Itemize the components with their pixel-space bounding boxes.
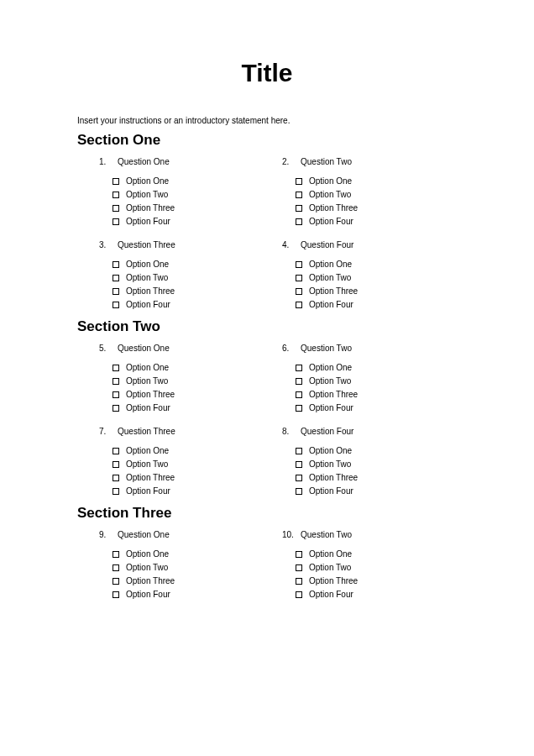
checkbox-icon[interactable] xyxy=(296,461,302,468)
option-label: Option Four xyxy=(126,403,170,412)
checkbox-icon[interactable] xyxy=(296,405,302,412)
option-row: Option One xyxy=(296,363,457,372)
checkbox-icon[interactable] xyxy=(113,564,119,571)
checkbox-icon[interactable] xyxy=(113,205,119,212)
section-heading: Section One xyxy=(77,132,457,149)
checkbox-icon[interactable] xyxy=(113,192,119,198)
option-row: Option Two xyxy=(113,459,274,469)
question-number: 5. xyxy=(99,344,118,353)
options-list: Option OneOption TwoOption ThreeOption F… xyxy=(99,446,274,496)
checkbox-icon[interactable] xyxy=(296,261,302,268)
option-label: Option Two xyxy=(126,376,168,386)
question-label: Question Two xyxy=(301,530,352,539)
checkbox-icon[interactable] xyxy=(296,391,302,398)
section-heading: Section Three xyxy=(77,505,457,522)
checkbox-icon[interactable] xyxy=(296,275,302,281)
question-label: Question Two xyxy=(301,344,352,353)
checkbox-icon[interactable] xyxy=(296,591,302,598)
checkbox-icon[interactable] xyxy=(113,178,119,185)
checkbox-icon[interactable] xyxy=(113,591,119,598)
checkbox-icon[interactable] xyxy=(113,365,119,371)
checkbox-icon[interactable] xyxy=(296,205,302,212)
option-label: Option Four xyxy=(126,217,170,226)
question-header: 9.Question One xyxy=(99,530,274,539)
checkbox-icon[interactable] xyxy=(113,391,119,398)
question-number: 7. xyxy=(99,427,118,436)
checkbox-icon[interactable] xyxy=(296,448,302,454)
option-label: Option Three xyxy=(309,286,358,296)
option-label: Option Four xyxy=(309,590,353,599)
checkbox-icon[interactable] xyxy=(113,578,119,585)
option-label: Option One xyxy=(309,549,352,559)
checkbox-icon[interactable] xyxy=(113,488,119,495)
checkbox-icon[interactable] xyxy=(113,475,119,481)
option-row: Option Two xyxy=(113,563,274,572)
question-block: 4.Question FourOption OneOption TwoOptio… xyxy=(282,240,457,313)
options-list: Option OneOption TwoOption ThreeOption F… xyxy=(99,549,274,599)
option-label: Option One xyxy=(126,549,169,559)
checkbox-icon[interactable] xyxy=(113,275,119,281)
checkbox-icon[interactable] xyxy=(296,192,302,198)
option-row: Option One xyxy=(296,260,457,269)
option-label: Option One xyxy=(126,446,169,455)
checkbox-icon[interactable] xyxy=(113,302,119,308)
option-row: Option One xyxy=(113,549,274,559)
checkbox-icon[interactable] xyxy=(296,578,302,585)
question-block: 6.Question TwoOption OneOption TwoOption… xyxy=(282,344,457,417)
checkbox-icon[interactable] xyxy=(296,564,302,571)
option-row: Option Four xyxy=(296,403,457,412)
question-number: 2. xyxy=(282,157,301,166)
checkbox-icon[interactable] xyxy=(113,288,119,295)
option-label: Option Two xyxy=(309,563,351,572)
question-header: 7.Question Three xyxy=(99,427,274,436)
option-label: Option Three xyxy=(126,390,175,399)
checkbox-icon[interactable] xyxy=(113,378,119,385)
checkbox-icon[interactable] xyxy=(296,488,302,495)
option-row: Option Three xyxy=(296,286,457,296)
question-header: 8.Question Four xyxy=(282,427,457,436)
question-header: 3.Question Three xyxy=(99,240,274,249)
checkbox-icon[interactable] xyxy=(296,302,302,308)
option-row: Option Three xyxy=(113,286,274,296)
checkbox-icon[interactable] xyxy=(296,551,302,558)
option-label: Option Three xyxy=(309,576,358,585)
option-label: Option One xyxy=(126,363,169,372)
checkbox-icon[interactable] xyxy=(296,288,302,295)
checkbox-icon[interactable] xyxy=(296,218,302,225)
option-row: Option One xyxy=(296,446,457,455)
question-header: 2.Question Two xyxy=(282,157,457,166)
question-number: 1. xyxy=(99,157,118,166)
option-label: Option Two xyxy=(309,273,351,282)
question-block: 1.Question OneOption OneOption TwoOption… xyxy=(99,157,274,230)
option-label: Option Three xyxy=(126,286,175,296)
option-row: Option Four xyxy=(113,217,274,226)
option-row: Option One xyxy=(296,549,457,559)
options-list: Option OneOption TwoOption ThreeOption F… xyxy=(99,260,274,309)
option-label: Option One xyxy=(309,176,352,186)
checkbox-icon[interactable] xyxy=(113,551,119,558)
question-header: 4.Question Four xyxy=(282,240,457,249)
question-label: Question One xyxy=(118,157,170,166)
section-heading: Section Two xyxy=(77,318,457,335)
options-list: Option OneOption TwoOption ThreeOption F… xyxy=(282,549,457,599)
question-number: 10. xyxy=(282,530,301,539)
checkbox-icon[interactable] xyxy=(296,378,302,385)
questions-grid: 9.Question OneOption OneOption TwoOption… xyxy=(77,530,457,603)
checkbox-icon[interactable] xyxy=(296,475,302,481)
option-row: Option Four xyxy=(113,403,274,412)
checkbox-icon[interactable] xyxy=(296,178,302,185)
document-title: Title xyxy=(77,59,457,87)
option-label: Option One xyxy=(309,260,352,269)
option-label: Option One xyxy=(126,260,169,269)
option-row: Option One xyxy=(296,176,457,186)
option-label: Option Three xyxy=(309,203,358,213)
checkbox-icon[interactable] xyxy=(296,365,302,371)
checkbox-icon[interactable] xyxy=(113,448,119,454)
checkbox-icon[interactable] xyxy=(113,461,119,468)
checkbox-icon[interactable] xyxy=(113,405,119,412)
option-row: Option Two xyxy=(113,273,274,282)
option-label: Option Four xyxy=(126,486,170,496)
checkbox-icon[interactable] xyxy=(113,261,119,268)
checkbox-icon[interactable] xyxy=(113,218,119,225)
options-list: Option OneOption TwoOption ThreeOption F… xyxy=(99,363,274,412)
